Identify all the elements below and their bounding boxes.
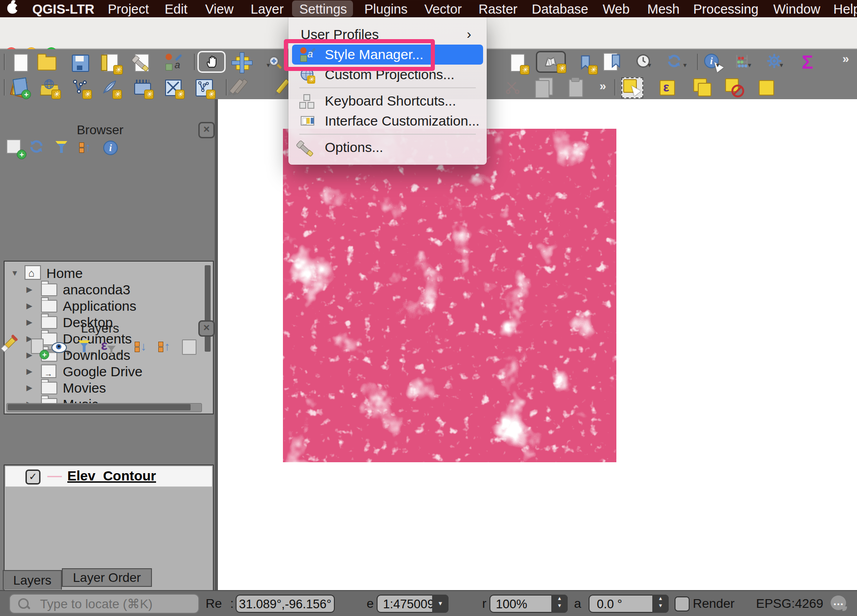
new-3d-map-view-button-pressed[interactable]: ✳ xyxy=(536,51,566,73)
dropdown-arrow-icon[interactable]: ▾ xyxy=(716,61,720,69)
menubar-item-window[interactable]: Window xyxy=(773,0,820,17)
magnifier-spin-buttons[interactable]: ▴▾ xyxy=(551,595,568,613)
menubar-item-help[interactable]: Help xyxy=(833,0,857,17)
dropdown-arrow-icon[interactable]: ▾ xyxy=(748,61,751,69)
add-vector-layer-button[interactable]: ✳ xyxy=(69,76,90,97)
menubar-item-layer[interactable]: Layer xyxy=(251,0,284,17)
add-mesh-layer-button[interactable]: ✳ xyxy=(131,76,152,97)
filter-by-expression-button[interactable]: ε xyxy=(97,337,118,358)
messages-button[interactable]: … xyxy=(831,596,846,610)
browser-add-layer-button[interactable]: + xyxy=(4,136,25,157)
tree-item-anaconda3[interactable]: ▶ anaconda3 xyxy=(5,282,213,298)
layer-visibility-checkbox[interactable]: ✓ xyxy=(25,470,40,485)
cut-features-button-disabled[interactable] xyxy=(502,76,523,97)
dropdown-arrow-icon[interactable]: ▾ xyxy=(648,61,651,69)
browser-refresh-button[interactable] xyxy=(26,136,47,157)
add-group-button[interactable]: + xyxy=(26,337,47,358)
new-map-view-button[interactable]: ✳ xyxy=(507,52,528,73)
deselect-features-button[interactable] xyxy=(723,76,744,97)
style-manager-toolbar-button[interactable] xyxy=(163,52,184,73)
menubar-item-raster[interactable]: Raster xyxy=(479,0,517,17)
show-layout-manager-button[interactable] xyxy=(131,52,152,73)
show-bookmarks-button[interactable] xyxy=(602,52,623,73)
menu-item-interface-customization[interactable]: Interface Customization... xyxy=(292,111,483,131)
toolbar-overflow-button[interactable]: » xyxy=(600,79,606,93)
rotation-spinbox[interactable]: 0.0 ° ▴▾ xyxy=(589,595,669,613)
tree-item-movies[interactable]: ▶ Movies xyxy=(5,380,213,396)
copy-paste-style-button[interactable] xyxy=(691,76,712,97)
branch-closed-icon[interactable]: ▶ xyxy=(26,282,32,298)
paste-features-button-disabled[interactable] xyxy=(565,76,586,97)
new-print-layout-button[interactable]: ✳ xyxy=(100,52,121,73)
tree-item-google-drive[interactable]: ▶ Google Drive xyxy=(5,364,213,380)
current-edits-button-disabled[interactable] xyxy=(231,76,264,97)
branch-open-icon[interactable]: ▼ xyxy=(11,265,19,282)
new-spatial-bookmark-button[interactable]: ✳ xyxy=(575,52,596,73)
browser-properties-button[interactable]: i xyxy=(99,136,120,157)
expand-all-layers-button[interactable]: ↓ xyxy=(131,337,152,358)
locator-search[interactable] xyxy=(9,594,199,614)
open-layer-styling-button[interactable] xyxy=(4,337,25,358)
dropdown-arrow-icon[interactable]: ▾ xyxy=(117,349,121,358)
copy-features-button-disabled[interactable] xyxy=(533,76,554,97)
menu-item-options[interactable]: Options... xyxy=(292,137,483,157)
menu-item-keyboard-shortcuts[interactable]: Keyboard Shortcuts... xyxy=(292,91,483,111)
statistics-panel-button[interactable]: Σ xyxy=(797,52,818,73)
magnifier-spinbox[interactable]: 100% ▴▾ xyxy=(489,595,568,613)
dock-tab-layer-order[interactable]: Layer Order xyxy=(62,568,152,587)
menubar-item-vector[interactable]: Vector xyxy=(424,0,462,17)
menubar-item-plugins[interactable]: Plugins xyxy=(364,0,408,17)
menubar-item-edit[interactable]: Edit xyxy=(165,0,187,17)
add-geometry-layer-button[interactable]: ✳ xyxy=(193,76,214,97)
menubar-item-database[interactable]: Database xyxy=(532,0,588,17)
browser-horizontal-scrollbar[interactable] xyxy=(6,403,202,412)
select-all-button[interactable] xyxy=(755,76,776,97)
browser-collapse-all-button[interactable]: ↑ xyxy=(75,136,96,157)
menubar-item-settings[interactable]: Settings xyxy=(299,0,347,17)
apple-icon[interactable] xyxy=(7,3,18,14)
dropdown-arrow-icon[interactable]: ▾ xyxy=(683,61,687,69)
menubar-item-web[interactable]: Web xyxy=(603,0,630,17)
rotation-spin-buttons[interactable]: ▴▾ xyxy=(652,595,669,613)
scale-dropdown-button[interactable]: ▾ xyxy=(432,595,449,613)
browser-panel-close-button[interactable]: × xyxy=(198,122,215,138)
dropdown-arrow-icon[interactable]: ▾ xyxy=(91,349,95,358)
pan-to-selection-button[interactable] xyxy=(231,52,252,73)
menubar-app-name[interactable]: QGIS-LTR xyxy=(32,0,94,17)
dropdown-arrow-icon[interactable]: ▾ xyxy=(780,61,783,69)
menubar-item-mesh[interactable]: Mesh xyxy=(647,0,680,17)
branch-closed-icon[interactable]: ▶ xyxy=(26,364,32,380)
elev-contour-map-render[interactable] xyxy=(283,129,616,462)
new-project-button[interactable] xyxy=(10,52,31,73)
branch-closed-icon[interactable]: ▶ xyxy=(26,380,32,396)
branch-closed-icon[interactable]: ▶ xyxy=(26,298,32,314)
browser-vertical-scrollbar[interactable] xyxy=(205,265,211,352)
browser-filter-button[interactable] xyxy=(51,136,72,157)
menubar-item-processing[interactable]: Processing xyxy=(693,0,758,17)
add-raster-layer-button[interactable]: ✳ xyxy=(162,76,183,97)
menubar-item-view[interactable]: View xyxy=(205,0,233,17)
select-features-button[interactable] xyxy=(620,76,643,97)
open-project-button[interactable] xyxy=(35,52,56,73)
tree-item-applications[interactable]: ▶ Applications xyxy=(5,298,213,314)
save-project-button[interactable] xyxy=(69,52,90,73)
add-annotation-layer-button[interactable]: ✳ xyxy=(99,76,120,97)
pan-map-tool-active[interactable] xyxy=(197,51,226,73)
locator-input[interactable] xyxy=(39,596,191,613)
temporal-controller-button[interactable] xyxy=(634,52,655,73)
identify-features-button[interactable]: i xyxy=(702,52,723,73)
coordinate-field[interactable]: 31.089°,-96.156° xyxy=(236,595,335,613)
layer-name[interactable]: Elev_Contour xyxy=(67,468,156,484)
layer-row-elev-contour[interactable]: ✓ Elev_Contour xyxy=(5,466,212,487)
remove-layer-button[interactable] xyxy=(178,337,199,358)
layers-panel-close-button[interactable]: × xyxy=(198,320,215,337)
collapse-all-layers-button[interactable]: ↑ xyxy=(155,337,176,358)
open-data-source-manager-button[interactable]: + xyxy=(8,76,29,97)
menubar-item-project[interactable]: Project xyxy=(108,0,149,17)
dock-tab-layers-active[interactable]: Layers xyxy=(3,570,62,590)
scale-combobox[interactable]: 1:475009 ▾ xyxy=(377,595,449,613)
tree-item-home[interactable]: ▼ Home xyxy=(5,265,213,282)
dropdown-arrow-icon[interactable]: ▾ xyxy=(267,61,270,69)
render-checkbox[interactable] xyxy=(675,596,690,611)
toolbar-overflow-button[interactable]: » xyxy=(842,52,849,66)
